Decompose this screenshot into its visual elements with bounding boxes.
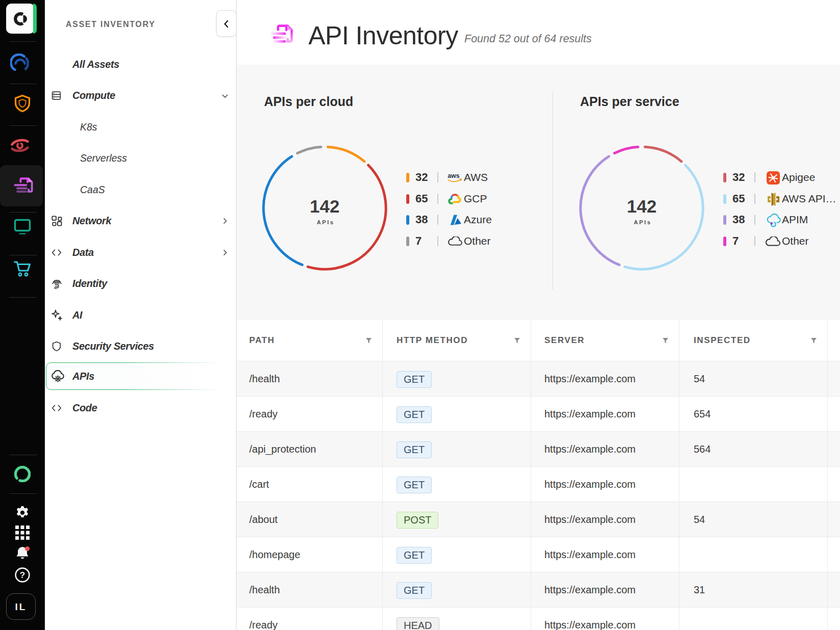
svg-text:?: ? bbox=[20, 570, 25, 580]
svg-text:aws: aws bbox=[448, 172, 460, 179]
